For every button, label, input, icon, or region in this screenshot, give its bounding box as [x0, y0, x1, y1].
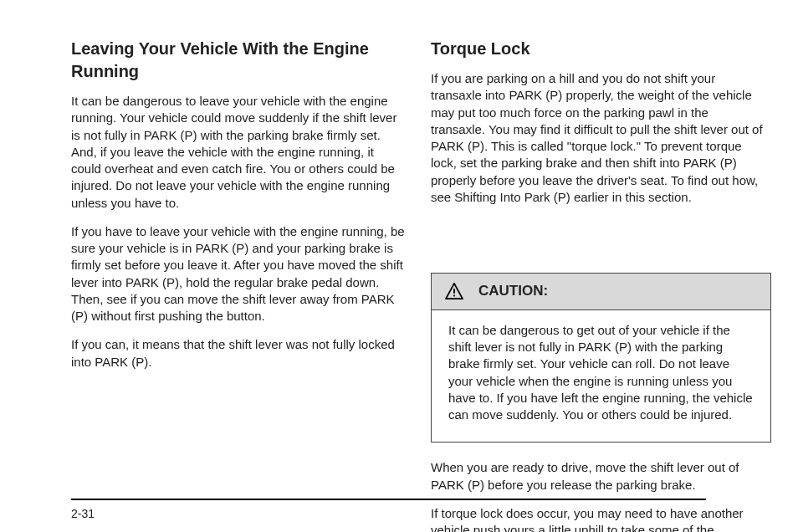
right-column: Torque Lock If you are parking on a hill…: [431, 38, 765, 532]
svg-rect-1: [453, 295, 455, 297]
footer-rule: [71, 499, 706, 500]
caution-body: It can be dangerous to get out of your v…: [432, 310, 770, 442]
caution-label: CAUTION:: [478, 282, 548, 301]
left-paragraph: If you have to leave your vehicle with t…: [71, 223, 406, 325]
left-paragraph: If you can, it means that the shift leve…: [71, 336, 406, 371]
right-paragraph: If you are parking on a hill and you do …: [431, 70, 765, 206]
svg-rect-0: [453, 289, 455, 294]
left-paragraph: It can be dangerous to leave your vehicl…: [71, 93, 406, 212]
caution-box: CAUTION: It can be dangerous to get out …: [431, 273, 771, 442]
right-paragraph: If torque lock does occur, you may need …: [431, 505, 765, 532]
manual-page: Leaving Your Vehicle With the Engine Run…: [0, 0, 798, 532]
caution-header: CAUTION:: [432, 274, 770, 310]
right-section-title: Torque Lock: [431, 38, 765, 60]
warning-icon: [445, 283, 463, 299]
right-paragraph: When you are ready to drive, move the sh…: [431, 459, 765, 494]
left-section-title: Leaving Your Vehicle With the Engine Run…: [71, 38, 406, 83]
left-column: Leaving Your Vehicle With the Engine Run…: [71, 38, 406, 382]
page-number: 2-31: [71, 506, 95, 522]
